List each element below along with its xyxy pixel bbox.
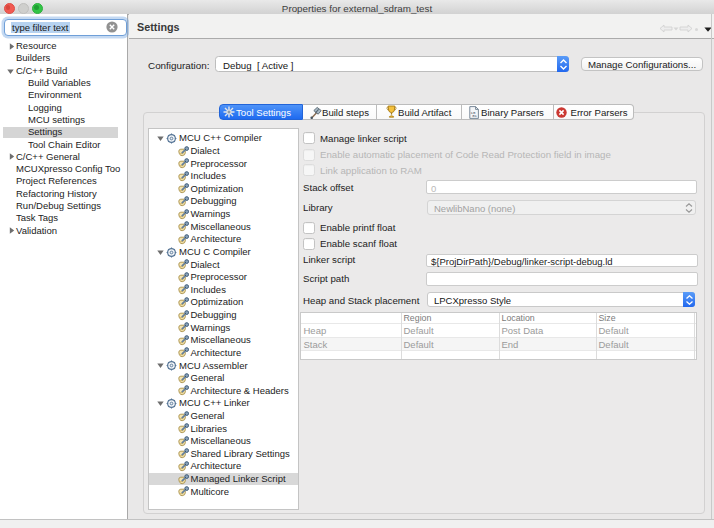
svg-text:01: 01 (472, 114, 477, 118)
